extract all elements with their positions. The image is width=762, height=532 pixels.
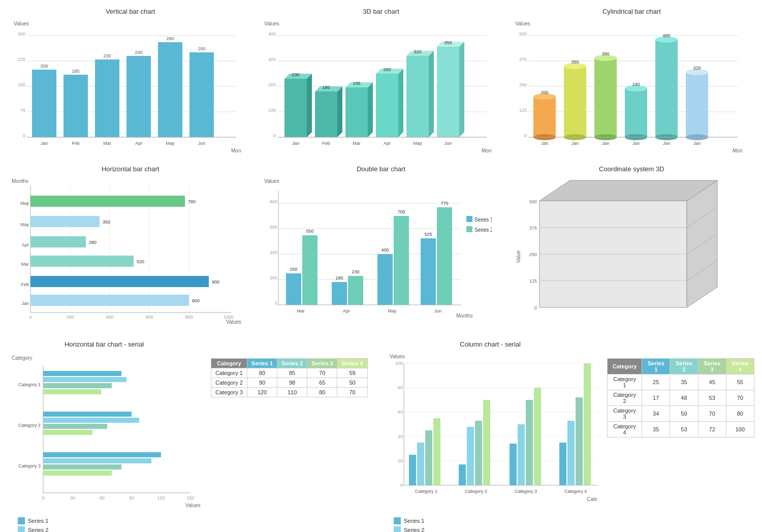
- cat3: Category 3: [211, 388, 247, 397]
- svg-text:Months: Months: [12, 178, 28, 184]
- svg-text:Series 1: Series 1: [474, 217, 492, 223]
- svg-text:0: 0: [400, 483, 403, 488]
- svg-rect-233: [417, 443, 424, 485]
- svg-text:125: 125: [519, 108, 527, 113]
- svg-text:Apr: Apr: [135, 141, 142, 146]
- svg-marker-55: [429, 51, 434, 137]
- svg-rect-44: [345, 87, 368, 137]
- vertical-bar-svg: Values 0 75 150 225 300 200 Jan 185 Feb …: [8, 18, 241, 160]
- x-label: Months: [231, 148, 241, 153]
- svg-rect-163: [377, 254, 393, 305]
- col-th-series2: Series 2: [670, 359, 698, 374]
- double-bar-chart: Double bar chart Values 0 200 400 600 80…: [258, 165, 503, 328]
- svg-text:320: 320: [414, 49, 422, 54]
- svg-text:230: 230: [292, 72, 300, 77]
- svg-text:300: 300: [268, 57, 276, 62]
- svg-text:240: 240: [135, 50, 142, 55]
- svg-rect-170: [437, 207, 452, 305]
- svg-rect-87: [594, 58, 617, 137]
- bottom-row: Horizontal bar chart - serial Category 0…: [0, 340, 762, 532]
- svg-rect-59: [437, 47, 459, 137]
- svg-text:Series 2: Series 2: [474, 227, 492, 233]
- svg-text:Category 2: Category 2: [18, 423, 41, 428]
- svg-text:150: 150: [186, 495, 194, 500]
- bar-mar: [95, 59, 119, 137]
- series2-label: Series 2: [28, 527, 48, 532]
- horiz-serial-svg: Category 0 30 60 90 120 150 Values Categ…: [8, 351, 201, 513]
- svg-rect-54: [406, 56, 429, 137]
- svg-text:375: 375: [519, 57, 527, 62]
- svg-text:120: 120: [157, 495, 165, 500]
- svg-text:250: 250: [198, 46, 205, 51]
- svg-text:400: 400: [270, 250, 277, 255]
- svg-text:90: 90: [129, 495, 134, 500]
- svg-text:250: 250: [384, 67, 391, 72]
- vertical-bar-title: Vertical bar chart: [8, 8, 253, 15]
- col-series1-label: Series 1: [404, 518, 424, 524]
- horiz-serial-table: Category Series 1 Series 2 Series 3 Seri…: [211, 358, 368, 397]
- svg-rect-102: [686, 72, 708, 137]
- svg-rect-82: [564, 66, 586, 137]
- svg-text:Values: Values: [390, 354, 405, 359]
- col-legend-series2: Series 2: [394, 526, 597, 532]
- bar-jan: [32, 70, 56, 137]
- svg-text:Category 2: Category 2: [465, 489, 487, 494]
- svg-text:Apr: Apr: [384, 141, 391, 146]
- svg-rect-92: [625, 88, 647, 137]
- svg-text:200: 200: [40, 64, 48, 69]
- svg-text:280: 280: [166, 36, 174, 41]
- svg-text:600: 600: [145, 315, 153, 320]
- svg-rect-39: [315, 91, 337, 137]
- table-row: Category 3 34 50 70 80: [608, 406, 754, 422]
- svg-text:Apr: Apr: [22, 242, 29, 247]
- col-th-category: Category: [608, 359, 642, 374]
- table-row: Category 2 17 48 53 70: [608, 390, 754, 406]
- svg-rect-243: [518, 424, 525, 485]
- bar-jun: [189, 52, 214, 137]
- svg-rect-207: [43, 389, 101, 394]
- svg-text:0: 0: [534, 305, 537, 310]
- series2-color: [18, 526, 25, 532]
- horizontal-bar-title: Horizontal bar chart: [8, 165, 253, 173]
- svg-text:Feb: Feb: [323, 141, 331, 146]
- svg-text:225: 225: [18, 57, 25, 62]
- svg-rect-217: [43, 471, 112, 476]
- svg-rect-235: [433, 418, 440, 485]
- svg-text:Mar: Mar: [21, 262, 29, 267]
- svg-text:500: 500: [529, 199, 537, 204]
- svg-text:320: 320: [693, 66, 701, 71]
- svg-text:Jun: Jun: [434, 308, 442, 314]
- svg-text:Jan: Jan: [541, 141, 548, 146]
- table-row: Category 2 90 98 65 50: [211, 378, 368, 388]
- legend-series2: Series 2: [18, 526, 201, 532]
- svg-text:0: 0: [29, 315, 31, 320]
- svg-text:180: 180: [336, 275, 343, 280]
- svg-marker-35: [307, 74, 312, 137]
- svg-text:100: 100: [268, 108, 276, 113]
- svg-rect-237: [459, 464, 466, 485]
- svg-rect-214: [43, 452, 161, 457]
- svg-text:Mar: Mar: [297, 308, 305, 314]
- svg-text:Jan: Jan: [662, 141, 670, 146]
- svg-text:Jan: Jan: [292, 141, 300, 146]
- svg-marker-50: [398, 69, 403, 137]
- svg-rect-136: [30, 276, 209, 287]
- svg-text:May: May: [20, 222, 29, 227]
- svg-text:240: 240: [632, 82, 640, 87]
- svg-rect-204: [43, 371, 121, 376]
- horiz-serial-title: Horizontal bar chart - serial: [8, 340, 201, 348]
- svg-text:230: 230: [103, 53, 111, 58]
- svg-text:75: 75: [20, 108, 25, 113]
- svg-rect-216: [43, 464, 121, 470]
- svg-text:280: 280: [89, 240, 97, 245]
- svg-rect-232: [409, 455, 416, 485]
- svg-text:Category: Category: [587, 496, 597, 502]
- coord3d-title: Coordinate system 3D: [509, 165, 754, 173]
- svg-text:Values: Values: [515, 21, 530, 26]
- svg-text:185: 185: [72, 69, 79, 74]
- svg-rect-49: [376, 74, 398, 137]
- svg-rect-234: [425, 430, 432, 485]
- svg-text:Jun: Jun: [444, 141, 452, 146]
- svg-text:Category: Category: [12, 355, 33, 361]
- svg-text:Jun: Jun: [198, 141, 206, 146]
